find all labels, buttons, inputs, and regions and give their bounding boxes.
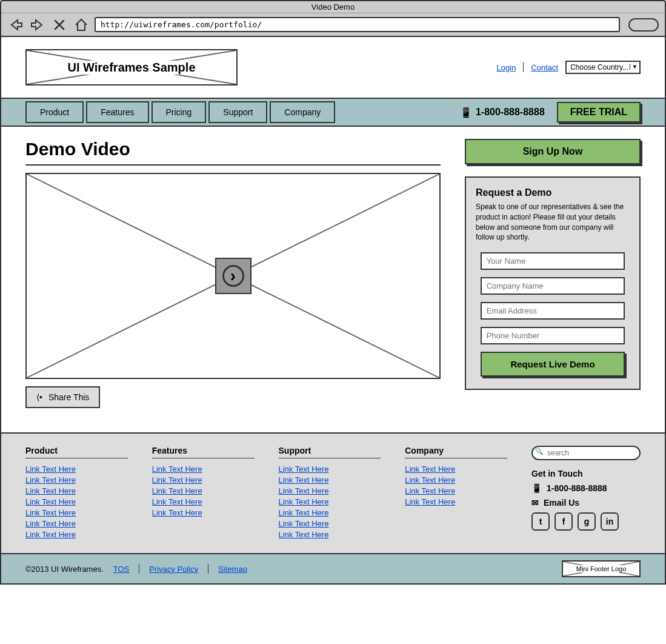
free-trial-button[interactable]: FREE TRIAL bbox=[557, 102, 641, 122]
signup-button[interactable]: Sign Up Now bbox=[465, 139, 641, 164]
email-field[interactable] bbox=[481, 302, 625, 320]
footer-link[interactable]: Link Text Here bbox=[152, 508, 255, 517]
footer-link[interactable]: Link Text Here bbox=[279, 497, 381, 506]
footer-link[interactable]: Link Text Here bbox=[152, 486, 255, 495]
nav-tab-product[interactable]: Product bbox=[25, 101, 84, 123]
footer-link[interactable]: Link Text Here bbox=[279, 475, 381, 485]
linkedin-icon[interactable]: in bbox=[601, 512, 619, 531]
back-button[interactable] bbox=[7, 18, 24, 32]
footer-col-title: Support bbox=[279, 446, 381, 455]
nav-tab-support[interactable]: Support bbox=[208, 101, 267, 123]
nav-phone: 1-800-888-8888 bbox=[476, 107, 545, 118]
privacy-link[interactable]: Privacy Policy bbox=[149, 565, 198, 574]
phone-icon: 📱 bbox=[531, 483, 542, 493]
footer-link[interactable]: Link Text Here bbox=[25, 475, 128, 485]
form-description: Speak to one of our representatives & se… bbox=[476, 202, 630, 243]
facebook-icon[interactable]: f bbox=[554, 512, 573, 531]
footer-link[interactable]: Link Text Here bbox=[25, 519, 128, 528]
footer-col-title: Features bbox=[152, 446, 255, 455]
request-demo-button[interactable]: Request Live Demo bbox=[481, 352, 625, 377]
window-title: Video Demo bbox=[1, 1, 665, 13]
footer-link[interactable]: Link Text Here bbox=[25, 465, 128, 474]
footer-col-title: Company bbox=[405, 446, 507, 455]
share-button[interactable]: ⟨• Share This bbox=[25, 386, 100, 408]
stop-button[interactable] bbox=[51, 18, 68, 32]
contact-link[interactable]: Contact bbox=[531, 63, 558, 72]
footer-col-title: Product bbox=[25, 446, 128, 455]
url-input[interactable] bbox=[95, 17, 620, 32]
video-player[interactable] bbox=[25, 173, 441, 379]
browser-search[interactable] bbox=[628, 18, 659, 32]
play-button[interactable] bbox=[215, 258, 251, 294]
footer-search-input[interactable] bbox=[531, 446, 641, 460]
google-icon[interactable]: g bbox=[578, 512, 596, 531]
page-title: Demo Video bbox=[25, 139, 441, 159]
name-field[interactable] bbox=[481, 252, 625, 270]
nav-tab-pricing[interactable]: Pricing bbox=[152, 101, 207, 123]
footer-link[interactable]: Link Text Here bbox=[279, 465, 381, 474]
copyright: ©2013 UI Wireframes. bbox=[25, 565, 104, 574]
twitter-icon[interactable]: t bbox=[531, 512, 550, 531]
footer-link[interactable]: Link Text Here bbox=[405, 475, 507, 485]
form-title: Request a Demo bbox=[476, 187, 630, 198]
email-us-link[interactable]: Email Us bbox=[544, 498, 579, 508]
footer-link[interactable]: Link Text Here bbox=[405, 497, 507, 506]
footer-link[interactable]: Link Text Here bbox=[279, 530, 381, 539]
title-divider bbox=[25, 164, 441, 166]
footer-link[interactable]: Link Text Here bbox=[405, 465, 507, 474]
country-select[interactable]: Choose Country... bbox=[565, 61, 641, 74]
footer-link[interactable]: Link Text Here bbox=[25, 530, 128, 539]
divider bbox=[523, 62, 524, 72]
company-field[interactable] bbox=[481, 277, 625, 295]
tos-link[interactable]: TOS bbox=[113, 565, 130, 574]
home-button[interactable] bbox=[73, 18, 90, 32]
get-in-touch-title: Get in Touch bbox=[531, 469, 641, 478]
footer-link[interactable]: Link Text Here bbox=[279, 486, 381, 495]
footer-link[interactable]: Link Text Here bbox=[405, 486, 507, 495]
mini-footer-logo[interactable]: Mini Footer Logo bbox=[562, 560, 641, 577]
demo-form: Request a Demo Speak to one of our repre… bbox=[465, 176, 641, 390]
nav-tab-company[interactable]: Company bbox=[270, 101, 335, 123]
footer-link[interactable]: Link Text Here bbox=[25, 508, 128, 517]
mail-icon: ✉ bbox=[531, 498, 539, 508]
footer-link[interactable]: Link Text Here bbox=[25, 497, 128, 506]
phone-field[interactable] bbox=[481, 327, 625, 344]
login-link[interactable]: Login bbox=[497, 63, 516, 72]
footer-phone: 1-800-888-8888 bbox=[547, 483, 607, 493]
nav-tab-features[interactable]: Features bbox=[86, 101, 148, 123]
footer-link[interactable]: Link Text Here bbox=[152, 497, 255, 506]
sitemap-link[interactable]: Sitemap bbox=[218, 565, 247, 574]
footer-link[interactable]: Link Text Here bbox=[152, 475, 255, 485]
site-logo[interactable]: UI Wireframes Sample bbox=[25, 49, 238, 86]
footer-link[interactable]: Link Text Here bbox=[152, 465, 255, 474]
phone-icon: 📱 bbox=[460, 107, 472, 118]
footer-link[interactable]: Link Text Here bbox=[279, 508, 381, 517]
footer-link[interactable]: Link Text Here bbox=[25, 486, 128, 495]
forward-button[interactable] bbox=[29, 18, 46, 32]
share-icon: ⟨• bbox=[36, 392, 42, 402]
footer-link[interactable]: Link Text Here bbox=[279, 519, 381, 528]
